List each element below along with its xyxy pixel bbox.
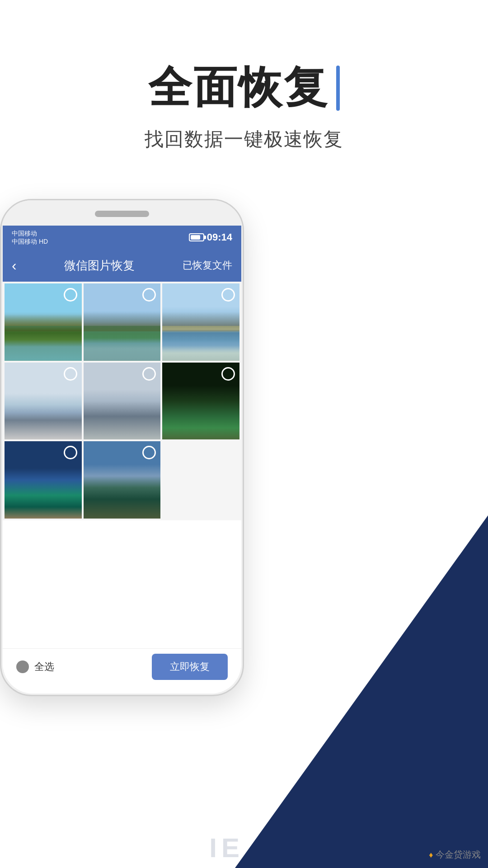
status-right-group: 09:14 bbox=[189, 231, 232, 243]
photo-tree-overlay bbox=[84, 312, 161, 331]
photo-grid bbox=[3, 282, 241, 520]
footer-ie-text: IE E bbox=[209, 832, 278, 863]
photo-item-4[interactable] bbox=[5, 363, 82, 440]
restore-button[interactable]: 立即恢复 bbox=[152, 654, 228, 680]
photo-checkbox-1[interactable] bbox=[64, 288, 77, 302]
watermark-text: ♦ 今金贷游戏 bbox=[429, 849, 481, 859]
photo-item-6[interactable] bbox=[162, 363, 239, 440]
background-decoration bbox=[235, 515, 488, 868]
hero-title: 全面恢复 bbox=[148, 59, 329, 118]
photo-checkbox-8[interactable] bbox=[142, 446, 156, 459]
carrier-2: 中国移动 HD bbox=[12, 238, 48, 245]
status-bar: 中国移动 中国移动 HD 09:14 bbox=[3, 226, 241, 249]
watermark: ♦ 今金贷游戏 bbox=[429, 849, 481, 861]
photo-checkbox-6[interactable] bbox=[221, 367, 235, 381]
select-all-label: 全选 bbox=[34, 660, 54, 674]
phone-screen: 中国移动 中国移动 HD 09:14 ‹ 微信图片恢复 已恢复文件 bbox=[3, 226, 241, 693]
photo-checkbox-3[interactable] bbox=[221, 288, 235, 302]
phone-pill bbox=[95, 211, 149, 217]
phone-mockup: 中国移动 中国移动 HD 09:14 ‹ 微信图片恢复 已恢复文件 bbox=[0, 199, 253, 778]
hero-title-accent-bar bbox=[336, 66, 340, 111]
header-right-tab[interactable]: 已恢复文件 bbox=[183, 259, 232, 272]
photo-tree-overlay bbox=[162, 312, 239, 331]
select-all-row: 全选 bbox=[16, 660, 54, 674]
photo-item-2[interactable] bbox=[84, 283, 161, 361]
hero-title-row: 全面恢复 bbox=[0, 59, 488, 118]
header-title: 微信图片恢复 bbox=[64, 258, 135, 274]
battery-icon bbox=[189, 233, 204, 241]
phone-bottom-bar: 全选 立即恢复 bbox=[3, 648, 241, 693]
photo-item-3[interactable] bbox=[162, 283, 239, 361]
hero-subtitle: 找回数据一键极速恢复 bbox=[0, 127, 488, 152]
carrier-1: 中国移动 bbox=[12, 230, 48, 237]
photo-item-5[interactable] bbox=[84, 363, 161, 440]
photo-checkbox-2[interactable] bbox=[142, 288, 156, 302]
back-button[interactable]: ‹ bbox=[12, 257, 17, 274]
app-header: ‹ 微信图片恢复 已恢复文件 bbox=[3, 249, 241, 282]
status-carrier-info: 中国移动 中国移动 HD bbox=[12, 230, 48, 245]
hero-section: 全面恢复 找回数据一键极速恢复 bbox=[0, 59, 488, 152]
photo-item-1[interactable] bbox=[5, 283, 82, 361]
photo-checkbox-4[interactable] bbox=[64, 367, 77, 381]
photo-checkbox-5[interactable] bbox=[142, 367, 156, 381]
photo-item-8[interactable] bbox=[84, 441, 161, 519]
photo-tree-overlay bbox=[5, 312, 82, 331]
phone-notch bbox=[1, 200, 243, 227]
select-all-checkbox[interactable] bbox=[16, 660, 29, 673]
battery-fill bbox=[191, 235, 200, 240]
phone-outer-shell: 中国移动 中国移动 HD 09:14 ‹ 微信图片恢复 已恢复文件 bbox=[0, 199, 244, 696]
photo-item-7[interactable] bbox=[5, 441, 82, 519]
status-time: 09:14 bbox=[207, 231, 232, 243]
photo-checkbox-7[interactable] bbox=[64, 446, 77, 459]
